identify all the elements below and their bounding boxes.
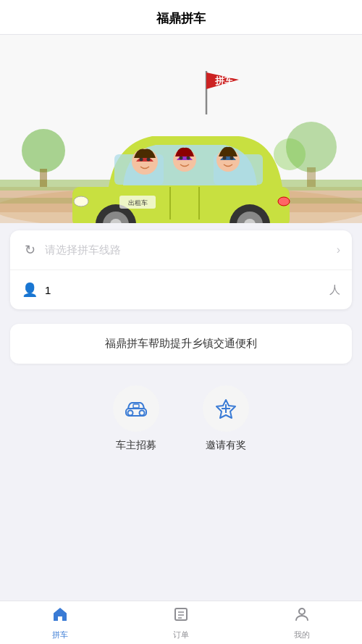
svg-point-26 <box>180 156 183 160</box>
svg-rect-35 <box>40 169 47 187</box>
svg-point-23 <box>140 158 143 162</box>
tab-bar: 拼车 订单 我的 <box>0 601 362 644</box>
svg-point-27 <box>187 156 190 160</box>
orders-icon <box>172 606 190 627</box>
promo-text: 福鼎拼车帮助提升乡镇交通便利 <box>105 337 257 349</box>
tab-orders-label: 订单 <box>173 630 189 640</box>
svg-point-18 <box>74 196 88 206</box>
svg-point-38 <box>274 138 306 170</box>
svg-point-41 <box>140 411 145 416</box>
svg-point-19 <box>278 197 290 206</box>
svg-rect-42 <box>133 404 139 408</box>
recruit-icon-circle <box>113 385 159 432</box>
svg-point-30 <box>230 156 234 160</box>
svg-point-40 <box>128 411 133 416</box>
tab-orders[interactable]: 订单 <box>121 601 242 644</box>
action-recruit[interactable]: 车主招募 <box>113 385 159 452</box>
hero-illustration: 出租车 <box>0 35 362 223</box>
svg-point-34 <box>22 129 65 172</box>
invite-icon-circle <box>203 385 249 432</box>
promo-card: 福鼎拼车帮助提升乡镇交通便利 <box>10 324 352 364</box>
profile-icon <box>293 606 311 627</box>
tab-profile-label: 我的 <box>294 630 310 640</box>
tab-carpool-label: 拼车 <box>52 630 68 640</box>
svg-rect-37 <box>307 167 316 187</box>
tab-profile[interactable]: 我的 <box>241 601 362 644</box>
route-icon: ↻ <box>22 242 38 258</box>
route-selector-row[interactable]: ↻ 请选择拼车线路 › <box>10 230 352 270</box>
passenger-unit: 人 <box>329 283 340 297</box>
header-title: 福鼎拼车 <box>156 12 206 25</box>
svg-point-29 <box>223 156 227 160</box>
chevron-right-icon: › <box>337 243 340 256</box>
passenger-row[interactable]: 👤 1 人 <box>10 270 352 309</box>
form-card: ↻ 请选择拼车线路 › 👤 1 人 <box>10 230 352 309</box>
action-invite[interactable]: 邀请有奖 <box>203 385 249 452</box>
svg-point-24 <box>147 158 151 162</box>
person-icon: 👤 <box>22 282 38 298</box>
passenger-count: 1 <box>45 284 324 296</box>
route-placeholder: 请选择拼车线路 <box>45 243 337 257</box>
invite-label: 邀请有奖 <box>206 439 246 452</box>
actions-row: 车主招募 邀请有奖 <box>10 385 352 452</box>
recruit-label: 车主招募 <box>116 439 156 452</box>
svg-point-50 <box>299 609 305 614</box>
app-header: 福鼎拼车 <box>0 0 362 35</box>
svg-text:拼车: 拼车 <box>214 75 235 86</box>
home-icon <box>51 606 69 627</box>
tab-carpool[interactable]: 拼车 <box>0 601 121 644</box>
svg-text:出租车: 出租车 <box>128 199 148 206</box>
